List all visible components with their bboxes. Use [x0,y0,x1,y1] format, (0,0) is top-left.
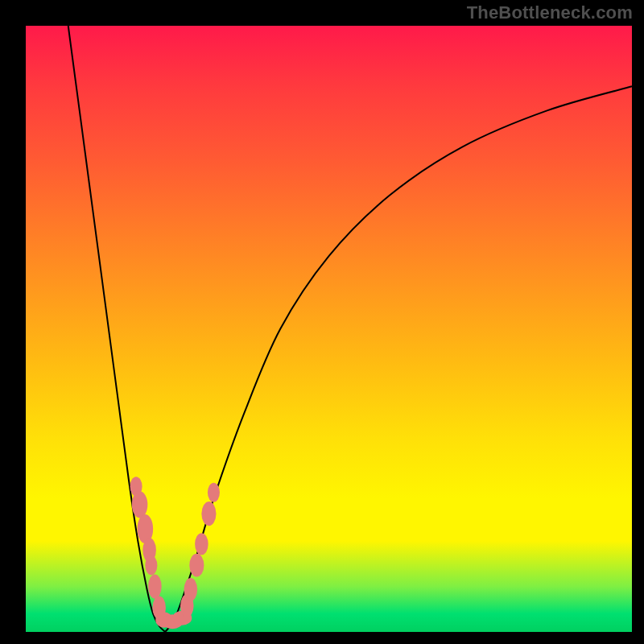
data-marker [132,491,148,518]
right-curve [165,86,632,632]
data-marker [145,555,157,575]
chart-frame: TheBottleneck.com [0,0,644,644]
watermark-text: TheBottleneck.com [467,2,633,23]
data-marker [189,554,204,577]
data-marker [195,533,208,555]
data-marker [148,574,162,598]
data-marker [184,578,198,601]
data-marker [208,483,220,502]
plot-area [26,26,632,632]
data-marker [201,502,216,526]
curves-svg [26,26,632,632]
markers-group [130,477,220,629]
